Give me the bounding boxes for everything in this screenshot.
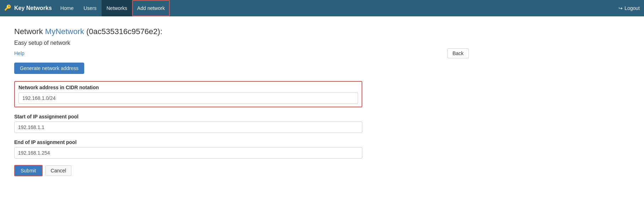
form-actions: Submit Cancel xyxy=(14,165,483,176)
logo-icon: 🔑 xyxy=(4,4,12,12)
back-button[interactable]: Back xyxy=(447,48,469,58)
page-subtitle: Easy setup of network xyxy=(14,40,483,46)
start-ip-label: Start of IP assignment pool xyxy=(14,114,483,119)
content-wrapper: Back Network MyNetwork (0ac535316c9576e2… xyxy=(14,27,483,176)
cidr-field-group: Network address in CIDR notation xyxy=(14,81,362,107)
logout-icon: ↪ xyxy=(618,5,623,11)
nav-users[interactable]: Users xyxy=(79,0,102,16)
generate-btn-wrapper: Generate network address xyxy=(14,63,483,81)
cidr-label: Network address in CIDR notation xyxy=(18,85,358,90)
network-id: (0ac535316c9576e2): xyxy=(86,27,162,36)
main-content: Back Network MyNetwork (0ac535316c9576e2… xyxy=(0,16,497,187)
end-ip-group: End of IP assignment pool xyxy=(14,139,483,159)
start-ip-group: Start of IP assignment pool xyxy=(14,114,483,133)
navbar-right: ↪ Logout xyxy=(618,5,640,11)
logout-label: Logout xyxy=(624,5,640,11)
end-ip-input[interactable] xyxy=(14,147,362,159)
cidr-highlighted-box: Network address in CIDR notation xyxy=(14,81,362,107)
logout-button[interactable]: ↪ Logout xyxy=(618,5,640,11)
brand-logo[interactable]: 🔑 Key Networks xyxy=(4,4,52,12)
help-link[interactable]: Help xyxy=(14,50,25,56)
cidr-input[interactable] xyxy=(18,92,358,104)
brand-name: Key Networks xyxy=(14,5,52,11)
title-prefix: Network xyxy=(14,27,43,36)
start-ip-input[interactable] xyxy=(14,122,362,133)
network-name: MyNetwork xyxy=(45,27,84,36)
nav-networks[interactable]: Networks xyxy=(102,0,132,16)
nav-home[interactable]: Home xyxy=(55,0,79,16)
nav-links: Home Users Networks Add network xyxy=(55,0,618,16)
navbar: 🔑 Key Networks Home Users Networks Add n… xyxy=(0,0,644,16)
generate-network-address-button[interactable]: Generate network address xyxy=(14,63,84,74)
cancel-button[interactable]: Cancel xyxy=(45,165,72,176)
submit-button[interactable]: Submit xyxy=(14,165,43,176)
page-title: Network MyNetwork (0ac535316c9576e2): xyxy=(14,27,483,36)
nav-add-network[interactable]: Add network xyxy=(132,0,170,16)
end-ip-label: End of IP assignment pool xyxy=(14,139,483,145)
